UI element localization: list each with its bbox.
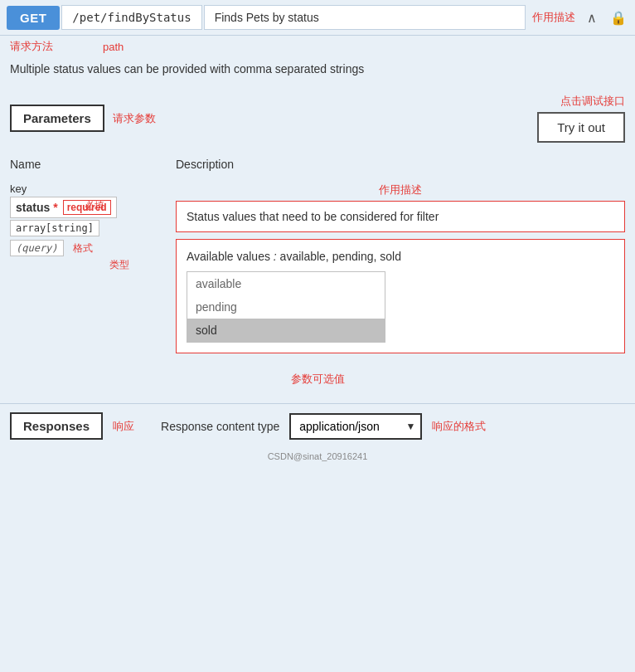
param-name-col: key 必填 status * required array[string] 类… xyxy=(10,183,176,256)
param-key: key xyxy=(10,183,176,195)
try-it-out-button[interactable]: Try it out xyxy=(537,112,625,143)
option-sold[interactable]: sold xyxy=(187,319,385,342)
parameters-label: Parameters xyxy=(10,105,104,132)
param-desc-col: 作用描述 Status values that need to be consi… xyxy=(176,183,625,360)
annotation-row: 请求方法 path xyxy=(0,36,635,56)
path-text: /pet/findByStatus xyxy=(61,5,201,30)
option-pending[interactable]: pending xyxy=(187,295,385,319)
response-content-type-select[interactable]: application/json xyxy=(289,413,422,440)
annotation-点击调试接口: 点击调试接口 xyxy=(560,94,625,109)
annotation-请求参数: 请求参数 xyxy=(113,111,156,126)
params-section: Parameters 请求参数 点击调试接口 Try it out Name D… xyxy=(0,85,635,403)
annotation-响应: 响应 xyxy=(113,419,134,434)
param-description-box: Status values that need to be considered… xyxy=(176,201,625,232)
available-values-box: Available values : available, pending, s… xyxy=(176,239,625,353)
watermark: CSDN@sinat_20916241 xyxy=(0,448,635,465)
top-bar: GET /pet/findByStatus Finds Pets by stat… xyxy=(0,0,635,36)
annotation-请求方法: 请求方法 xyxy=(10,39,53,54)
method-badge: GET xyxy=(7,6,60,30)
annotation-作用描述-top: 作用描述 xyxy=(532,10,575,25)
col-name-header: Name xyxy=(10,158,176,171)
annotation-必填: 必填 xyxy=(85,199,104,213)
annotation-作用描述-desc: 作用描述 xyxy=(176,183,625,197)
available-values-text: Available values : available, pending, s… xyxy=(187,250,614,263)
annotation-参数可选值: 参数可选值 xyxy=(10,367,625,395)
params-table-header: Name Description xyxy=(10,153,625,176)
param-type: array[string] xyxy=(10,220,99,236)
col-desc-header: Description xyxy=(176,158,625,171)
required-star: * xyxy=(53,201,57,214)
description-text: Multiple status values can be provided w… xyxy=(10,62,364,75)
status-select-list[interactable]: available pending sold xyxy=(187,271,385,343)
description-row: Multiple status values can be provided w… xyxy=(0,56,635,85)
available-values-label: Available values : available, pending, s… xyxy=(187,250,401,263)
responses-label: Responses xyxy=(10,412,103,440)
responses-section: Responses 响应 Response content type appli… xyxy=(0,403,635,448)
param-name: status xyxy=(16,201,50,214)
content-type-label: Response content type xyxy=(161,420,279,433)
top-bar-right: ∧ 🔒 xyxy=(582,7,628,27)
param-row: key 必填 status * required array[string] 类… xyxy=(10,176,625,367)
annotation-响应格式: 响应的格式 xyxy=(432,419,486,434)
lock-icon: 🔒 xyxy=(608,7,628,27)
annotation-path: path xyxy=(103,41,124,53)
params-header-left: Parameters 请求参数 xyxy=(10,105,156,132)
annotation-类型: 类型 xyxy=(109,258,129,272)
summary-text: Finds Pets by status xyxy=(204,5,526,30)
param-description-text: Status values that need to be considered… xyxy=(187,210,439,223)
option-available[interactable]: available xyxy=(187,272,385,295)
params-header: Parameters 请求参数 点击调试接口 Try it out xyxy=(10,94,625,143)
annotation-格式: 格式 xyxy=(73,242,93,254)
collapse-icon[interactable]: ∧ xyxy=(582,7,602,27)
response-select-wrapper[interactable]: application/json xyxy=(289,413,422,440)
param-format: (query) xyxy=(10,240,64,256)
